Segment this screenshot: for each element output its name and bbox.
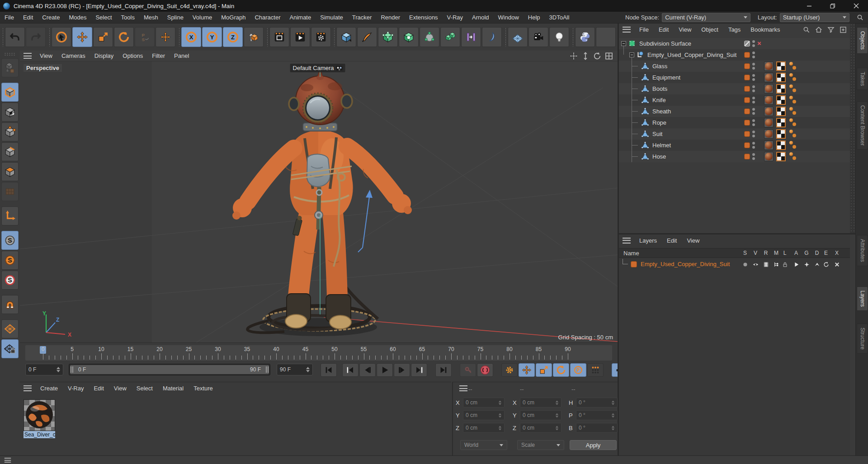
object-manager-menu-file[interactable]: File — [634, 26, 654, 33]
drag-handle[interactable] — [334, 28, 335, 47]
layer-manager-icon[interactable] — [772, 261, 780, 268]
add-deformer-button[interactable] — [420, 27, 439, 47]
phong-tag-icon[interactable] — [788, 152, 798, 162]
drag-handle[interactable] — [49, 28, 50, 47]
object-manager-menu-edit[interactable]: Edit — [654, 26, 674, 33]
material-tag-icon[interactable] — [764, 73, 774, 82]
material-menu-edit[interactable]: Edit — [89, 385, 108, 392]
visibility-dots-icon[interactable] — [752, 119, 755, 126]
dolly-view-button[interactable] — [580, 51, 590, 61]
material-menu-create[interactable]: Create — [35, 385, 63, 392]
null-object-icon[interactable] — [636, 51, 645, 60]
layer-color-chip[interactable] — [744, 108, 750, 114]
material-tag-icon[interactable] — [764, 95, 774, 105]
position-z-field[interactable]: 0 cm — [463, 423, 505, 433]
autokeying-button[interactable] — [477, 363, 493, 377]
object-row-empty-used-copper-diving-suit[interactable]: Empty_Used_Copper_Diving_Suit — [619, 49, 850, 61]
add-generator-button[interactable] — [399, 27, 419, 47]
material-thumbnail[interactable] — [24, 399, 55, 431]
menu-item-3dtoall[interactable]: 3DToAll — [545, 12, 574, 23]
object-manager-menu-tags[interactable]: Tags — [723, 26, 745, 33]
menu-item-file[interactable]: File — [0, 12, 19, 23]
menu-item-help[interactable]: Help — [524, 12, 545, 23]
add-camera-button[interactable] — [528, 27, 548, 47]
layer-color-chip[interactable] — [744, 86, 750, 92]
material-tag-icon[interactable] — [764, 129, 774, 139]
polygon-object-icon[interactable] — [641, 73, 650, 82]
add-floor-button[interactable] — [508, 27, 528, 47]
rotate-view-button[interactable] — [592, 51, 602, 61]
object-row-suit[interactable]: Suit — [619, 128, 850, 140]
drag-handle[interactable] — [572, 28, 573, 47]
go-to-end-button[interactable] — [435, 363, 452, 377]
snap-dynamic-button[interactable]: S — [1, 271, 19, 290]
polygon-object-icon[interactable] — [641, 84, 650, 94]
viewport-canvas[interactable]: Perspective Default Camera Y Z X Grid Sp… — [20, 61, 618, 342]
tweak-move-button[interactable] — [156, 27, 175, 47]
filter-icon[interactable] — [826, 25, 836, 35]
render-view-button[interactable] — [269, 27, 289, 47]
end-frame-spinner[interactable]: 90 F — [277, 364, 313, 375]
polygon-mode-button[interactable] — [1, 162, 19, 181]
keying-settings-button[interactable] — [501, 363, 518, 377]
material-tag-icon[interactable] — [764, 61, 774, 71]
camera-label[interactable]: Default Camera — [290, 64, 345, 72]
coordinates-menu-icon[interactable] — [459, 385, 467, 391]
uv-mode-button[interactable] — [1, 182, 19, 201]
visibility-dots-icon[interactable] — [752, 52, 755, 58]
coordinate-space-dropdown[interactable]: World — [460, 440, 507, 450]
visibility-dots-icon[interactable] — [752, 63, 755, 70]
polygon-object-icon[interactable] — [641, 130, 650, 139]
snap-3d-button[interactable]: S — [1, 251, 19, 270]
render-to-picture-viewer-button[interactable] — [290, 27, 310, 47]
undo-button[interactable] — [5, 27, 25, 47]
timeline-range-slider[interactable]: 0 F 90 F — [69, 364, 270, 375]
add-volume-button[interactable] — [440, 27, 460, 47]
scale-y-field[interactable]: 0 cm — [520, 410, 561, 420]
menu-item-edit[interactable]: Edit — [19, 12, 38, 23]
object-row-boots[interactable]: Boots — [619, 83, 850, 94]
phong-tag-icon[interactable] — [788, 61, 798, 71]
layer-color-chip[interactable] — [744, 154, 750, 159]
material-menu-icon[interactable] — [24, 385, 32, 391]
visibility-dots-icon[interactable] — [752, 85, 755, 92]
layer-color-chip[interactable] — [744, 97, 750, 103]
last-used-tool-button[interactable]: PS — [135, 27, 155, 47]
node-space-dropdown[interactable]: Current (V-Ray) — [662, 13, 750, 22]
layer-color-chip[interactable] — [744, 52, 750, 58]
add-panel-icon[interactable] — [838, 25, 848, 35]
material-tag-icon[interactable] — [764, 152, 774, 161]
layer-animation-icon[interactable] — [792, 261, 800, 268]
menu-item-window[interactable]: Window — [494, 12, 524, 23]
object-row-knife[interactable]: Knife — [619, 94, 850, 106]
polygon-object-icon[interactable] — [641, 96, 650, 105]
add-mograph-button[interactable] — [461, 27, 481, 47]
polygon-object-icon[interactable] — [641, 62, 650, 71]
menu-item-character[interactable]: Character — [250, 12, 285, 23]
layers-menu-edit[interactable]: Edit — [662, 237, 682, 244]
material-name[interactable]: Sea_Diver_c — [24, 431, 55, 438]
drag-handle[interactable] — [2, 28, 3, 47]
pan-view-button[interactable] — [569, 51, 579, 61]
visibility-dots-icon[interactable] — [752, 153, 755, 160]
play-forwards-button[interactable] — [377, 363, 393, 377]
object-manager-menu-view[interactable]: View — [674, 26, 696, 33]
key-parameter-button[interactable]: P — [570, 363, 586, 377]
search-icon[interactable] — [802, 25, 811, 35]
material-tag-icon[interactable] — [764, 118, 774, 127]
texture-mode-button[interactable] — [1, 103, 19, 122]
viewport-menu-filter[interactable]: Filter — [147, 51, 170, 61]
lock-x-button[interactable]: X — [181, 27, 201, 47]
object-manager-scrollbar[interactable] — [850, 23, 855, 233]
drag-handle[interactable] — [4, 52, 16, 56]
visibility-dots-icon[interactable] — [752, 97, 755, 103]
layer-render-icon[interactable] — [762, 261, 770, 268]
dock-tab-structure[interactable]: Structure — [857, 323, 868, 354]
range-grip-left[interactable] — [71, 366, 71, 373]
menu-item-spline[interactable]: Spline — [163, 12, 188, 23]
disabled-x-icon[interactable]: × — [757, 39, 761, 47]
rotation-h-field[interactable]: 0 ° — [576, 398, 618, 408]
menu-item-select[interactable]: Select — [91, 12, 116, 23]
drag-handle[interactable] — [505, 28, 506, 47]
dock-tab-content-browser[interactable]: Content Browser — [857, 101, 868, 150]
